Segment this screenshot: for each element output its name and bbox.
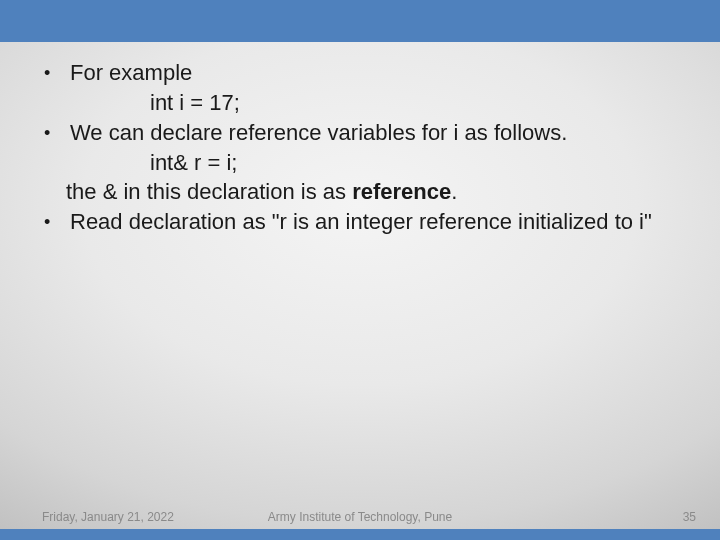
bullet-2: • We can declare reference variables for… <box>40 118 680 148</box>
bullet-icon: • <box>40 58 70 88</box>
bullet-1-text: For example <box>70 58 680 88</box>
slide: • For example int i = 17; • We can decla… <box>0 0 720 540</box>
bottom-accent-bar <box>0 529 720 540</box>
bullet-2-explain-pre: the & in this declaration is as <box>66 179 352 204</box>
bullet-1: • For example <box>40 58 680 88</box>
bullet-icon: • <box>40 118 70 148</box>
bullet-icon: • <box>40 207 70 237</box>
slide-body: • For example int i = 17; • We can decla… <box>40 58 680 237</box>
bullet-2-text: We can declare reference variables for i… <box>70 118 680 148</box>
footer-page-number: 35 <box>683 510 696 524</box>
title-bar <box>0 0 720 42</box>
bullet-3: • Read declaration as "r is an integer r… <box>40 207 680 237</box>
bullet-3-text: Read declaration as "r is an integer ref… <box>70 207 680 237</box>
bullet-2-code: int& r = i; <box>40 148 680 178</box>
bullet-2-explain-post: . <box>451 179 457 204</box>
bullet-2-explain-bold: reference <box>352 179 451 204</box>
bullet-2-explain: the & in this declaration is as referenc… <box>40 177 680 207</box>
footer-institution: Army Institute of Technology, Pune <box>0 510 720 524</box>
bullet-1-code: int i = 17; <box>40 88 680 118</box>
